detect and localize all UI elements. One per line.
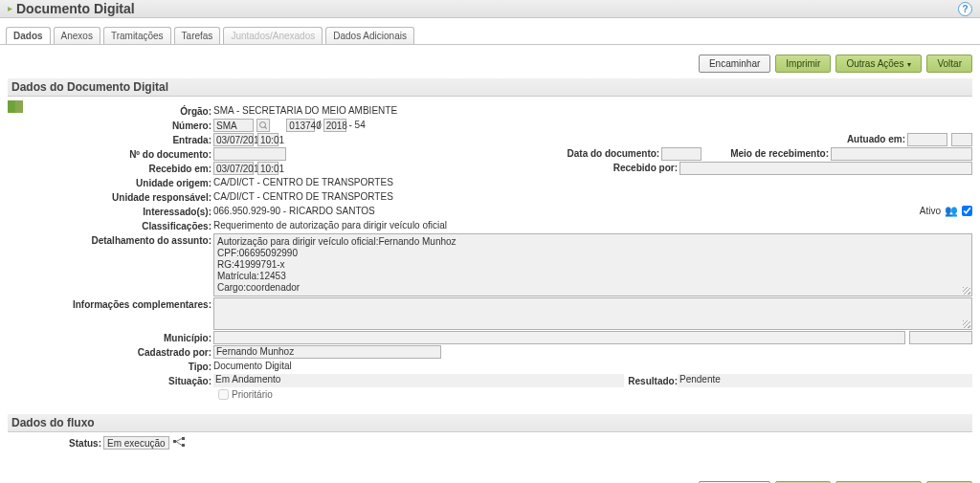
pair-meio: Meio de recebimento: xyxy=(730,147,972,161)
tab-dados[interactable]: Dados xyxy=(6,27,51,44)
title-wrap: ▸ Documento Digital xyxy=(8,1,135,16)
entrada-time: 10:01 xyxy=(257,133,278,146)
lbl-autuado: Autuado em: xyxy=(847,133,907,146)
row-info-comp: Informações complementares: xyxy=(8,297,972,330)
row-entrada: Entrada: 03/07/2018 10:01 Autuado em: xyxy=(8,133,972,146)
lbl-cadastrado: Cadastrado por: xyxy=(8,345,213,359)
lbl-interessados: Interessado(s): xyxy=(8,205,213,218)
autuado-date xyxy=(907,133,947,146)
tab-tramitacoes[interactable]: Tramitações xyxy=(103,27,171,44)
tab-juntados: Juntados/Anexados xyxy=(223,27,323,44)
ndoc-input xyxy=(213,147,286,161)
row-numero: Número: SMA 013740 / 2018 - 54 xyxy=(8,119,972,132)
encaminhar-button[interactable]: Encaminhar xyxy=(699,55,770,73)
users-icon[interactable]: 👥 xyxy=(945,205,958,217)
lbl-meio: Meio de recebimento: xyxy=(730,147,831,161)
lookup-button[interactable] xyxy=(256,119,270,132)
recebido-date: 03/07/2018 xyxy=(213,162,254,175)
info-comp-text xyxy=(213,297,972,330)
val-tipo: Documento Digital xyxy=(213,360,292,373)
lbl-situacao: Situação: xyxy=(8,374,213,387)
flow-diagram-icon[interactable] xyxy=(173,436,185,450)
lbl-recebido-por: Recebido por: xyxy=(613,162,679,175)
svg-rect-0 xyxy=(173,440,176,443)
section-dados-title: Dados do Documento Digital xyxy=(8,78,972,97)
val-unid-resp: CA/DI/CT - CENTRO DE TRANSPORTES xyxy=(213,190,393,204)
recebido-time: 10:01 xyxy=(257,162,278,175)
bottom-button-row: Encaminhar Imprimir Outras Ações▾ Voltar xyxy=(0,454,980,483)
lbl-orgao: Órgão: xyxy=(8,104,213,118)
autuado-time xyxy=(951,133,972,146)
num-seq: 013740 xyxy=(286,119,315,132)
interessado-checkbox[interactable] xyxy=(962,206,972,216)
tab-anexos[interactable]: Anexos xyxy=(54,27,100,44)
row-unid-resp: Unidade responsável: CA/DI/CT - CENTRO D… xyxy=(8,190,972,204)
lbl-entrada: Entrada: xyxy=(8,133,213,146)
lbl-tipo: Tipo: xyxy=(8,360,213,373)
row-tipo: Tipo: Documento Digital xyxy=(8,360,972,373)
interessado-status: Ativo xyxy=(920,206,941,216)
det-l4: Matrícula:12453 xyxy=(217,271,969,282)
interessado-text: 066.950.929-90 - RICARDO SANTOS xyxy=(213,206,375,216)
municipio-input-1 xyxy=(213,331,905,344)
det-l3: RG:41999791-x xyxy=(217,259,969,271)
val-entrada: 03/07/2018 10:01 Autuado em: xyxy=(213,133,972,146)
row-interessados: Interessado(s): 066.950.929-90 - RICARDO… xyxy=(8,205,972,218)
row-unid-origem: Unidade origem: CA/DI/CT - CENTRO DE TRA… xyxy=(8,176,972,189)
voltar-button[interactable]: Voltar xyxy=(926,55,972,73)
row-orgao: Órgão: SMA - SECRETARIA DO MEIO AMBIENTE xyxy=(8,104,972,118)
lbl-resultado: Resultado: xyxy=(628,376,678,386)
det-l1: Autorização para dirigir veículo oficial… xyxy=(217,236,969,248)
page-title: Documento Digital xyxy=(16,1,135,16)
outras-acoes-button[interactable]: Outras Ações▾ xyxy=(835,55,922,73)
lbl-detalhamento: Detalhamento do assunto: xyxy=(8,233,213,247)
interessado-actions: Ativo 👥 xyxy=(920,205,972,217)
help-button[interactable]: ? xyxy=(958,2,972,16)
lbl-numero: Número: xyxy=(8,119,213,132)
lbl-municipio: Município: xyxy=(8,331,213,344)
data-doc-input xyxy=(661,147,702,161)
dropdown-caret-icon: ▾ xyxy=(907,60,911,69)
lbl-prioritario: Prioritário xyxy=(232,389,273,400)
val-recebido: 03/07/2018 10:01 Recebido por: xyxy=(213,162,972,175)
val-numero: SMA 013740 / 2018 - 54 xyxy=(213,119,366,132)
imprimir-button[interactable]: Imprimir xyxy=(775,55,831,73)
lbl-recebido: Recebido em: xyxy=(8,162,213,175)
cadastrado-input: Fernando Munhoz xyxy=(213,345,441,359)
row-detalhamento: Detalhamento do assunto: Autorização par… xyxy=(8,233,972,296)
val-classificacoes: Requerimento de autorização para dirigir… xyxy=(213,219,447,232)
pair-autuado: Autuado em: xyxy=(847,133,972,146)
form-dados: Órgão: SMA - SECRETARIA DO MEIO AMBIENTE… xyxy=(0,97,980,404)
num-dash: - xyxy=(348,120,351,130)
num-suf: 54 xyxy=(355,120,366,130)
form-fluxo: Status: Em execução xyxy=(0,432,980,454)
entrada-date: 03/07/2018 xyxy=(213,133,254,146)
lbl-unid-origem: Unidade origem: xyxy=(8,176,213,189)
detalhamento-text: Autorização para dirigir veículo oficial… xyxy=(213,233,972,296)
lbl-info-comp: Informações complementares: xyxy=(8,297,213,311)
num-sep: / xyxy=(318,120,321,130)
tab-tarefas[interactable]: Tarefas xyxy=(174,27,221,44)
section-fluxo-title: Dados do fluxo xyxy=(8,414,972,432)
tabs: Dados Anexos Tramitações Tarefas Juntado… xyxy=(0,18,980,45)
page-header: ▸ Documento Digital ? xyxy=(0,0,980,18)
tab-dados-adicionais[interactable]: Dados Adicionais xyxy=(325,27,414,44)
resize-grip-icon[interactable] xyxy=(963,287,970,295)
lbl-ndoc: Nº do documento: xyxy=(8,147,213,161)
val-resultado: Pendente xyxy=(678,374,972,387)
municipio-input-2 xyxy=(909,331,972,344)
recebido-por-input xyxy=(679,162,972,175)
status-value: Em execução xyxy=(103,436,169,450)
pair-recebido-por: Recebido por: xyxy=(613,162,972,175)
pair-data-doc: Data do documento: xyxy=(568,147,702,161)
lbl-status: Status: xyxy=(8,436,103,450)
resize-grip-icon-2[interactable] xyxy=(963,320,970,328)
row-status: Status: Em execução xyxy=(8,436,972,450)
lbl-classificacoes: Classificações: xyxy=(8,219,213,232)
num-org: SMA xyxy=(213,119,254,132)
row-situacao: Situação: Em Andamento Resultado: Penden… xyxy=(8,374,972,387)
chevron-right-icon: ▸ xyxy=(8,4,12,13)
row-cadastrado: Cadastrado por: Fernando Munhoz xyxy=(8,345,972,359)
row-ndoc: Nº do documento: Data do documento: Meio… xyxy=(8,147,972,161)
lbl-unid-resp: Unidade responsável: xyxy=(8,190,213,204)
